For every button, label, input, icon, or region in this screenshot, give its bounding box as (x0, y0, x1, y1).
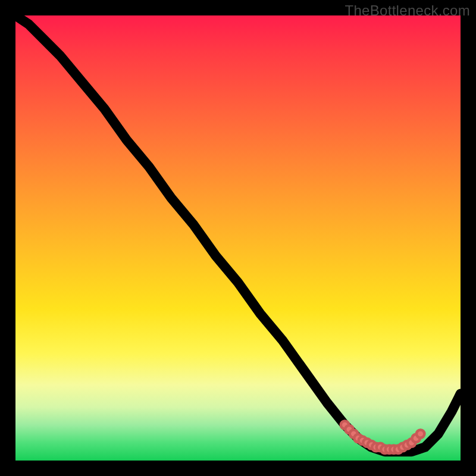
highlight-dot (416, 430, 424, 437)
bottleneck-curve (15, 15, 461, 452)
watermark-text: TheBottleneck.com (345, 2, 470, 19)
chart-overlay (15, 15, 461, 461)
chart-frame: TheBottleneck.com (0, 0, 476, 476)
